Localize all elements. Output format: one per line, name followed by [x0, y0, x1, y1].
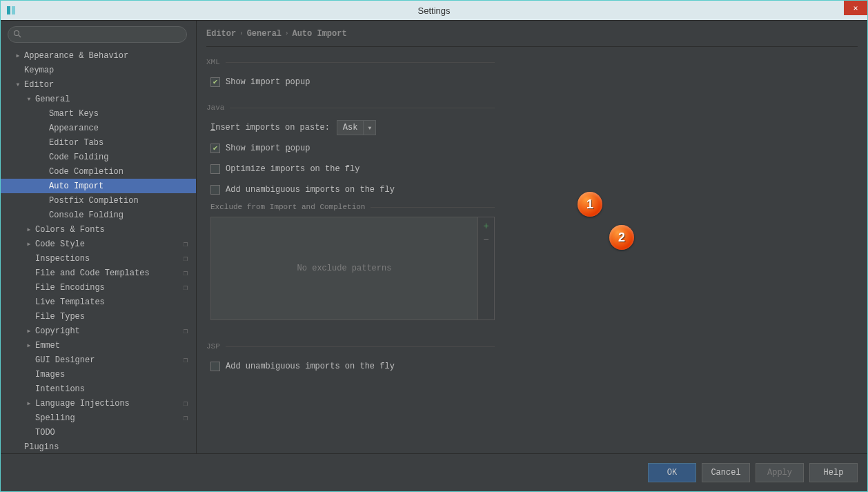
app-logo-icon — [3, 3, 19, 18]
add-unambiguous-checkbox[interactable] — [210, 185, 220, 195]
breadcrumb-item: Editor — [206, 29, 236, 39]
per-project-icon: ❐ — [183, 326, 188, 335]
chevron-right-icon: › — [239, 30, 243, 37]
tree-item-code-completion[interactable]: Code Completion — [1, 164, 196, 179]
apply-button[interactable]: Apply — [756, 463, 804, 482]
tree-item-file-encodings[interactable]: ▶File Encodings❐ — [1, 280, 196, 295]
tree-item-code-folding[interactable]: Code Folding — [1, 150, 196, 164]
svg-rect-1 — [12, 6, 15, 14]
tree-item-editor[interactable]: ▼Editor — [1, 77, 196, 92]
sidebar: ▶Appearance & Behavior ▶Keymap ▼Editor ▼… — [1, 21, 197, 453]
xml-show-import-popup-label: Show import popup — [226, 77, 310, 87]
breadcrumb-item: General — [247, 29, 282, 39]
insert-imports-value: Ask — [337, 121, 364, 135]
section-xml-title: XML — [206, 58, 495, 66]
tree-item-postfix-completion[interactable]: Postfix Completion — [1, 193, 196, 208]
optimize-imports-checkbox[interactable] — [210, 164, 220, 174]
per-project-icon: ❐ — [183, 355, 188, 364]
tree-item-console-folding[interactable]: Console Folding — [1, 208, 196, 222]
java-show-import-popup-label: Show import popup — [226, 144, 310, 153]
per-project-icon: ❐ — [183, 413, 188, 422]
help-button[interactable]: Help — [809, 463, 858, 482]
annotation-callout-1: 1 — [578, 192, 602, 217]
tree-item-copyright[interactable]: ▶Copyright❐ — [1, 324, 196, 338]
tree-item-inspections[interactable]: ▶Inspections❐ — [1, 251, 196, 266]
search-wrap — [1, 21, 196, 48]
tree-item-spelling[interactable]: ▶Spelling❐ — [1, 411, 196, 425]
add-unambiguous-label: Add unambiguous imports on the fly — [226, 185, 395, 195]
tree-item-todo[interactable]: ▶TODO — [1, 425, 196, 440]
jsp-add-unambiguous-checkbox[interactable] — [210, 362, 220, 371]
exclude-panel: No exclude patterns + − — [210, 217, 495, 320]
tree-item-file-types[interactable]: ▶File Types — [1, 309, 196, 324]
close-icon: ✕ — [854, 3, 858, 12]
ok-button[interactable]: OK — [648, 463, 696, 482]
titlebar: Settings ✕ — [1, 1, 867, 21]
close-button[interactable]: ✕ — [844, 1, 867, 15]
section-jsp-title: JSP — [206, 342, 495, 351]
annotation-callout-2: 2 — [609, 225, 634, 250]
insert-imports-select[interactable]: Ask ▼ — [337, 120, 377, 135]
settings-detail: Editor › General › Auto Import XML Show … — [197, 21, 867, 453]
exclude-buttons: + − — [477, 217, 494, 319]
tree-item-gui-designer[interactable]: ▶GUI Designer❐ — [1, 353, 196, 367]
tree-item-editor-tabs[interactable]: Editor Tabs — [1, 135, 196, 150]
per-project-icon: ❐ — [183, 268, 188, 277]
cancel-button[interactable]: Cancel — [702, 463, 750, 482]
tree-item-emmet[interactable]: ▶Emmet — [1, 338, 196, 353]
minus-icon[interactable]: − — [483, 235, 489, 245]
tree-item-plugins[interactable]: ▶Plugins — [1, 440, 196, 453]
insert-imports-label: Insert imports on paste: — [210, 123, 330, 132]
tree-item-file-code-templates[interactable]: ▶File and Code Templates❐ — [1, 266, 196, 280]
tree-item-appearance[interactable]: Appearance — [1, 121, 196, 135]
tree-item-smart-keys[interactable]: Smart Keys — [1, 106, 196, 121]
java-show-import-popup-checkbox[interactable] — [210, 144, 220, 153]
tree-item-intentions[interactable]: ▶Intentions — [1, 382, 196, 396]
window-title: Settings — [418, 6, 451, 16]
exclude-empty-text: No exclude patterns — [297, 264, 392, 273]
per-project-icon: ❐ — [183, 283, 188, 292]
xml-show-import-popup-checkbox[interactable] — [210, 77, 220, 87]
tree-item-images[interactable]: ▶Images — [1, 367, 196, 382]
tree-item-general[interactable]: ▼General — [1, 92, 196, 106]
tree-item-live-templates[interactable]: ▶Live Templates — [1, 295, 196, 309]
content: XML Show import popup Java Insert import… — [206, 47, 858, 453]
body: ▶Appearance & Behavior ▶Keymap ▼Editor ▼… — [1, 21, 867, 453]
tree-item-keymap[interactable]: ▶Keymap — [1, 63, 196, 77]
per-project-icon: ❐ — [183, 239, 188, 248]
tree-item-appearance-behavior[interactable]: ▶Appearance & Behavior — [1, 48, 196, 63]
per-project-icon: ❐ — [183, 254, 188, 263]
section-java-title: Java — [206, 104, 495, 112]
breadcrumb-item: Auto Import — [292, 29, 346, 39]
svg-rect-0 — [7, 6, 10, 14]
dialog-footer: OK Cancel Apply Help — [1, 453, 867, 491]
jsp-add-unambiguous-label: Add unambiguous imports on the fly — [226, 362, 395, 371]
settings-window: Settings ✕ ▶Appearance & Behavior ▶Keyma… — [0, 0, 868, 492]
tree-item-language-injections[interactable]: ▶Language Injections❐ — [1, 396, 196, 411]
tree-item-colors-fonts[interactable]: ▶Colors & Fonts — [1, 222, 196, 237]
chevron-right-icon: › — [285, 30, 288, 37]
exclude-section-title: Exclude from Import and Completion — [210, 203, 495, 211]
breadcrumb: Editor › General › Auto Import — [206, 21, 858, 47]
exclude-list[interactable]: No exclude patterns — [211, 217, 477, 319]
tree-item-code-style[interactable]: ▶Code Style❐ — [1, 237, 196, 251]
search-input[interactable] — [8, 26, 187, 43]
settings-tree[interactable]: ▶Appearance & Behavior ▶Keymap ▼Editor ▼… — [1, 48, 196, 453]
chevron-down-icon: ▼ — [363, 121, 375, 135]
plus-icon[interactable]: + — [483, 222, 489, 231]
optimize-imports-label: Optimize imports on the fly — [226, 164, 359, 174]
tree-item-auto-import[interactable]: Auto Import — [1, 179, 196, 193]
per-project-icon: ❐ — [183, 399, 188, 408]
